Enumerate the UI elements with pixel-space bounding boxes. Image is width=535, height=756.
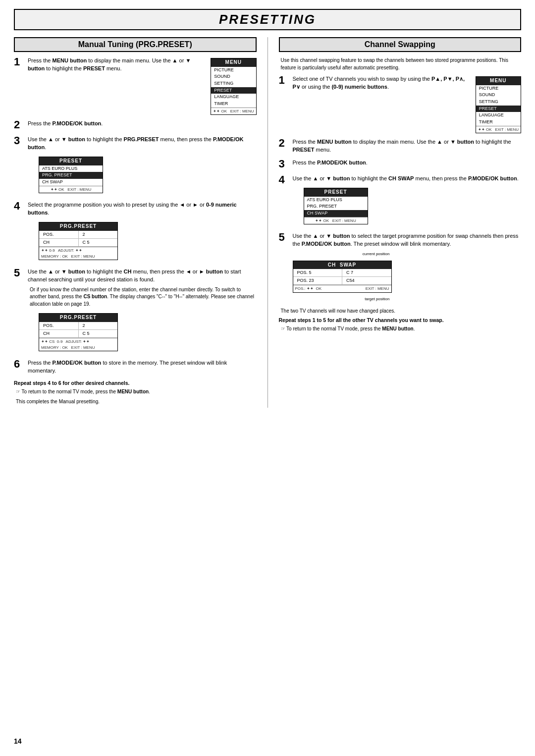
- right-step-3-content: Press the P.MODE/OK button.: [293, 159, 522, 167]
- chswap-footer: POS.: ✦✦ OK EXIT : MENU: [293, 285, 391, 292]
- left-column: Manual Tuning (PRG.PRESET) 1 Press the M…: [14, 37, 257, 408]
- right-menu-picture: PICTURE: [476, 85, 521, 92]
- left-section-title: Manual Tuning (PRG.PRESET): [14, 37, 257, 52]
- preset-footer-1: ✦✦ OK EXIT : MENU: [39, 186, 103, 193]
- right-menu-sound: SOUND: [476, 92, 521, 99]
- step-5: 5 Use the ▲ or ▼ button to highlight the…: [14, 268, 257, 354]
- menu-box-right-1: MENU PICTURE SOUND SETTING PRESET LANGUA…: [476, 76, 521, 133]
- right-step-4-content: Use the ▲ or ▼ button to highlight the C…: [293, 175, 522, 227]
- preset-item-chswap-1: CH SWAP: [39, 179, 103, 186]
- step-4-content: Select the programme position you wish t…: [28, 201, 257, 263]
- prg-box-2: PRG.PRESET POS. 2 CH C 5 ✦✦ CS 0-9 ADJUS…: [39, 313, 118, 351]
- right-step-2: 2 Press the MENU button to display the m…: [279, 138, 522, 154]
- right-menu-preset: PRESET: [476, 106, 521, 112]
- chswap-pos5: POS. 5: [293, 269, 343, 276]
- menu-item-picture-1: PICTURE: [211, 67, 256, 74]
- right-menu-timer: TIMER: [476, 119, 521, 126]
- menu-footer-1: ✦✦ OK EXIT : MENU: [211, 108, 256, 115]
- step-6-content: Press the P.MODE/OK button to store in t…: [28, 359, 257, 375]
- right-step-num-4: 4: [279, 174, 290, 186]
- chswap-row-1: POS. 5 C 7: [293, 269, 391, 277]
- step-num-5: 5: [14, 267, 25, 279]
- changed-note: The two TV channels will now have change…: [281, 308, 522, 315]
- prg-col-pos: POS.: [39, 231, 79, 238]
- prg-title-1: PRG.PRESET: [39, 222, 117, 231]
- step-6: 6 Press the P.MODE/OK button to store in…: [14, 359, 257, 375]
- prg-row-header: POS. 2: [39, 231, 117, 239]
- prg-row2-header: POS. 2: [39, 322, 117, 330]
- chswap-title: CH SWAP: [293, 261, 391, 270]
- right-menu-language: LANGUAGE: [476, 112, 521, 119]
- return-note-right: ☞ To return to the normal TV mode, press…: [281, 325, 522, 333]
- prg2-col-2: 2: [79, 322, 118, 329]
- preset-box-1: PRESET ATS EURO PLUS PRG. PRESET CH SWAP…: [39, 157, 103, 193]
- step-1-content: Press the MENU button to display the mai…: [28, 57, 257, 115]
- right-step-5: 5 Use the ▲ or ▼ button to select the ta…: [279, 232, 522, 303]
- step-num-2: 2: [14, 119, 25, 131]
- chswap-box: CH SWAP POS. 5 C 7 POS. 23 C54 POS.: ✦✦ …: [293, 261, 392, 293]
- prg2-col-c5: C 5: [79, 330, 118, 337]
- right-preset-prg: PRG. PRESET: [304, 203, 368, 210]
- menu-box-step1: MENU PICTURE SOUND SETTING PRESET LANGUA…: [211, 58, 256, 115]
- main-content: Manual Tuning (PRG.PRESET) 1 Press the M…: [14, 37, 521, 408]
- prg-row-ch: CH C 5: [39, 239, 117, 247]
- right-preset-box: PRESET ATS EURO PLUS PRG. PRESET CH SWAP…: [304, 188, 368, 224]
- step-4: 4 Select the programme position you wish…: [14, 201, 257, 263]
- prg-row2-ch: CH C 5: [39, 330, 117, 338]
- menu-title-1: MENU: [211, 58, 256, 67]
- right-preset-title: PRESET: [304, 188, 368, 197]
- step-2: 2 Press the P.MODE/OK button.: [14, 120, 257, 131]
- preset-title-1: PRESET: [39, 157, 103, 165]
- preset-item-ats-1: ATS EURO PLUS: [39, 165, 103, 172]
- right-menu-title-1: MENU: [476, 77, 521, 85]
- right-step-num-5: 5: [279, 231, 290, 243]
- prg-col-2: 2: [79, 231, 118, 238]
- right-step-num-1: 1: [279, 74, 290, 86]
- page-title: PRESETTING: [14, 9, 521, 30]
- repeat-note-left: Repeat steps 4 to 6 for other desired ch…: [14, 380, 257, 386]
- step-num-1: 1: [14, 56, 25, 68]
- step-num-6: 6: [14, 358, 25, 370]
- right-step-5-content: Use the ▲ or ▼ button to select the targ…: [293, 232, 522, 303]
- prg-col-c5: C 5: [79, 239, 118, 246]
- prg-footer-1: ✦✦ 0-9 ADJUST: ✦✦MEMORY : OK EXIT : MENU: [39, 247, 117, 260]
- right-step-num-2: 2: [279, 137, 290, 149]
- complete-note: This completes the Manual presetting.: [16, 398, 257, 406]
- page-number: 14: [14, 737, 22, 745]
- right-preset-ats: ATS EURO PLUS: [304, 197, 368, 204]
- prg-col-ch: CH: [39, 239, 79, 246]
- chswap-diagram: current position CH SWAP POS. 5 C 7 POS.…: [293, 251, 392, 302]
- right-step-1: 1 Select one of TV channels you wish to …: [279, 75, 522, 133]
- target-position-label: target position: [293, 296, 392, 302]
- step-3-content: Use the ▲ or ▼ button to highlight the P…: [28, 136, 257, 196]
- chswap-c7: C 7: [342, 269, 391, 276]
- step-num-3: 3: [14, 135, 25, 147]
- chswap-pos23: POS. 23: [293, 277, 343, 284]
- prg-title-2: PRG.PRESET: [39, 314, 117, 322]
- preset-item-prg-1: PRG. PRESET: [39, 172, 103, 179]
- col-divider: [268, 37, 268, 408]
- step-3: 3 Use the ▲ or ▼ button to highlight the…: [14, 136, 257, 196]
- right-menu-footer: ✦✦ OK EXIT : MENU: [476, 126, 521, 133]
- prg-box-1: PRG.PRESET POS. 2 CH C 5 ✦✦ 0-9 ADJUST: …: [39, 222, 118, 260]
- menu-item-preset-1: PRESET: [211, 87, 256, 94]
- step-5-content: Use the ▲ or ▼ button to highlight the C…: [28, 268, 257, 354]
- return-note-left: ☞ To return to the normal TV mode, press…: [16, 388, 257, 396]
- right-step-3: 3 Press the P.MODE/OK button.: [279, 159, 522, 170]
- right-step-num-3: 3: [279, 158, 290, 170]
- right-section-title: Channel Swapping: [279, 37, 522, 52]
- menu-item-timer-1: TIMER: [211, 101, 256, 108]
- right-preset-footer: ✦✦ OK EXIT : MENU: [304, 217, 368, 224]
- chswap-footer-left: POS.: ✦✦ OK: [295, 286, 322, 292]
- right-step-1-content: Select one of TV channels you wish to sw…: [293, 75, 522, 133]
- prg2-col-pos: POS.: [39, 322, 79, 329]
- repeat-note-right: Repeat steps 1 to 5 for all the other TV…: [279, 317, 522, 323]
- chswap-footer-right: EXIT : MENU: [366, 286, 389, 292]
- right-column: Channel Swapping Use this channel swappi…: [279, 37, 522, 335]
- current-position-label: current position: [293, 251, 392, 257]
- right-step-4: 4 Use the ▲ or ▼ button to highlight the…: [279, 175, 522, 227]
- step-1: 1 Press the MENU button to display the m…: [14, 57, 257, 115]
- right-preset-chswap: CH SWAP: [304, 210, 368, 217]
- right-menu-setting: SETTING: [476, 99, 521, 106]
- step-1-text: Press the MENU button to display the mai…: [28, 57, 206, 73]
